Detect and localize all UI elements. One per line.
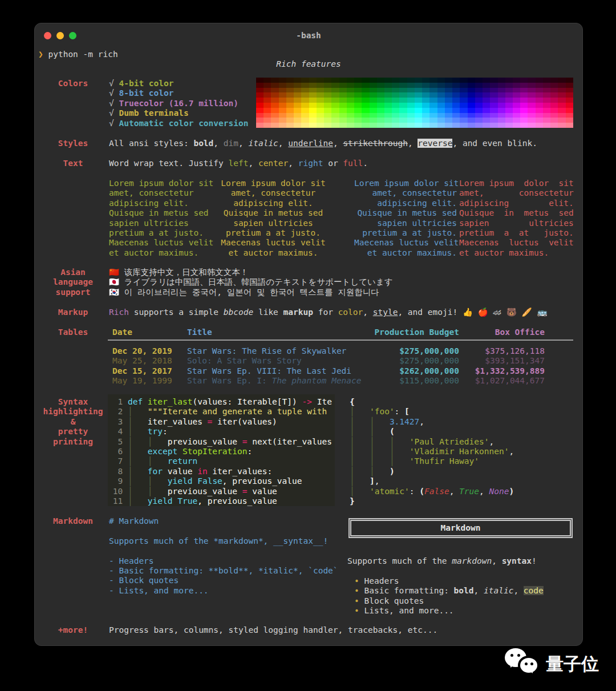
code-line: │ │ │ 'Paul Atriedies', xyxy=(350,437,514,447)
text-segment: 11 xyxy=(108,496,128,506)
text-segment: StopIteration xyxy=(183,447,248,456)
text-segment: Block quotes xyxy=(364,596,424,605)
check-icon: √ xyxy=(109,88,119,98)
text-segment: dim xyxy=(224,139,238,148)
text-segment: left xyxy=(229,159,249,168)
shell-prompt: ❯ python -m rich xyxy=(38,50,118,59)
text-segment: , xyxy=(375,476,380,486)
table-cell: $1,027,044,677 xyxy=(468,376,545,386)
text-segment: color xyxy=(338,308,363,317)
text-segment: -> xyxy=(302,397,312,406)
text-segment xyxy=(375,467,390,476)
text-segment: : xyxy=(163,427,168,436)
text-segment: 'atomic' xyxy=(370,487,410,496)
text-segment: False xyxy=(424,487,449,496)
text-segment xyxy=(375,437,390,446)
text-segment: 8 xyxy=(108,467,128,476)
check-icon: √ xyxy=(109,119,119,128)
text-segment: Basic formatting: xyxy=(364,586,453,595)
text-segment: , xyxy=(449,487,459,496)
text-segment: full xyxy=(343,159,363,168)
bullet-icon: • xyxy=(354,576,364,585)
text-segment: , xyxy=(363,308,372,317)
text-segment: , xyxy=(509,447,514,456)
text-segment xyxy=(355,437,370,446)
text-segment: 'Thufir Haway' xyxy=(410,456,479,466)
text-segment: try xyxy=(148,427,163,436)
command-text: python -m rich xyxy=(48,50,117,59)
text-segment: 7 xyxy=(108,456,128,466)
markdown-heading-text: Markdown xyxy=(441,523,481,533)
text-segment: Lists, and more... xyxy=(364,606,453,615)
text-segment xyxy=(395,437,410,446)
text-segment xyxy=(355,447,370,456)
text-segment: │ xyxy=(370,417,375,426)
markdown-source-block: # Markdown Supports much of the *markdow… xyxy=(109,516,338,596)
text-segment: │ xyxy=(390,456,395,466)
text-segment: │ xyxy=(370,456,375,466)
color-feature-item: √ Truecolor (16.7 million) xyxy=(109,99,248,108)
python-code-block: 1 def iter_last(values: Iterable[T]) -> … xyxy=(108,397,335,506)
markdown-bullet-item: • Headers xyxy=(354,576,544,586)
justify-intro-line: Word wrap text. Justify left, center, ri… xyxy=(109,159,368,168)
text-segment: previous_value xyxy=(153,487,242,496)
text-segment: { xyxy=(350,397,355,406)
text-segment: italic xyxy=(248,139,278,148)
code-line: 2 │ """Iterate and generate a tuple with xyxy=(108,407,335,417)
text-segment: , xyxy=(479,487,489,496)
text-segment: │ xyxy=(128,456,133,466)
text-segment: 👍 🍎 🏎 🐻 🥖 🚌 xyxy=(463,308,548,317)
text-segment xyxy=(375,417,390,426)
text-segment: , xyxy=(238,139,248,148)
text-segment: 4 xyxy=(108,427,128,436)
text-segment xyxy=(355,407,370,416)
section-label-markdown: Markdown xyxy=(39,516,107,526)
text-segment: 'Vladimir Harkonnen' xyxy=(410,447,509,456)
text-segment: │ xyxy=(370,437,375,446)
text-segment: . xyxy=(363,159,368,168)
text-segment: 3 xyxy=(108,417,128,426)
text-segment: ) xyxy=(390,467,395,476)
text-segment: yield xyxy=(168,476,193,486)
table-row: Dec 20, 2019Star Wars: The Rise of Skywa… xyxy=(35,346,582,356)
markup-line: Rich supports a simple bbcode like marku… xyxy=(109,308,548,317)
text-segment xyxy=(355,487,370,496)
text-segment: reverse xyxy=(418,139,452,148)
text-segment: │ xyxy=(390,447,395,456)
text-segment: ) xyxy=(509,487,514,496)
table-cell: Star Wars Ep. VIII: The Last Jedi xyxy=(187,366,351,376)
table-row: Dec 15, 2017Star Wars Ep. VIII: The Last… xyxy=(35,366,582,376)
text-segment: bold xyxy=(454,586,474,595)
text-segment xyxy=(153,456,168,466)
code-line: │ 'atomic': (False, True, None) xyxy=(350,487,514,496)
table-cell: Dec 20, 2019 xyxy=(112,346,172,356)
table-header-row: Date Title Production Budget Box Office xyxy=(35,328,582,338)
table-header-box-office: Box Office xyxy=(468,328,545,337)
text-segment: next(iter_values xyxy=(247,437,331,446)
text-segment: } xyxy=(350,496,355,506)
code-line: 1 def iter_last(values: Iterable[T]) -> … xyxy=(108,397,335,407)
table-cell: Solo: A Star Wars Story xyxy=(187,356,302,366)
table-row: May 25, 2018Solo: A Star Wars Story$275,… xyxy=(35,356,582,366)
text-segment: Star Wars Ep. VIII: The Last Jedi xyxy=(187,366,351,375)
text-segment: , xyxy=(474,586,484,595)
markdown-bullet-list: • Headers• Basic formatting: bold, itali… xyxy=(354,576,544,616)
text-segment: │ xyxy=(350,427,355,436)
page-title: Rich features xyxy=(35,59,582,69)
text-segment: │ xyxy=(128,417,133,426)
prompt-symbol: ❯ xyxy=(38,50,43,59)
text-segment: strikethrough xyxy=(343,139,408,148)
text-segment: center xyxy=(258,159,288,168)
table-cell: Star Wars Ep. I: The phantom Menace xyxy=(187,376,362,386)
section-label-asian: Asian language support xyxy=(39,268,107,297)
code-line: 8 │ for value in iter_values: xyxy=(108,467,335,476)
markdown-rendered-paragraph: Supports much of the markdown, syntax! xyxy=(347,556,537,566)
text-segment: : xyxy=(247,447,252,456)
text-segment xyxy=(395,447,410,456)
text-segment: ( xyxy=(390,427,395,436)
text-segment: for xyxy=(148,467,163,476)
text-segment xyxy=(143,397,148,406)
text-segment: 10 xyxy=(108,487,128,496)
text-segment xyxy=(133,467,148,476)
text-segment: │ xyxy=(128,437,133,446)
